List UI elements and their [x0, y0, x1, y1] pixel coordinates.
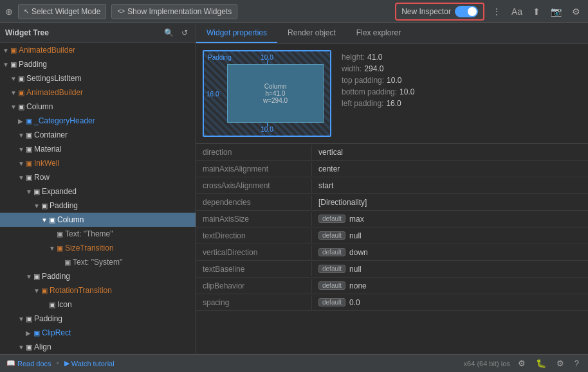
property-value: defaultnone — [312, 279, 373, 293]
tree-search-button[interactable]: 🔍 — [161, 27, 176, 39]
tree-item[interactable]: ▼▣Material — [0, 142, 196, 156]
tree-item[interactable]: ▼▣Padding — [0, 57, 196, 71]
tree-type-icon: ▣ — [10, 60, 17, 69]
share-button[interactable]: ⬆ — [530, 5, 543, 18]
tree-arrow: ▼ — [10, 103, 18, 111]
tree-item[interactable]: ▣Text: "System" — [0, 255, 196, 269]
default-badge: default — [318, 215, 345, 223]
property-row[interactable]: mainAxisAlignmentcenter — [196, 161, 588, 177]
status-help-button[interactable]: ? — [572, 357, 582, 369]
tree-item[interactable]: ▼▣Expanded — [0, 184, 196, 199]
tree-refresh-button[interactable]: ↺ — [179, 27, 190, 39]
widget-tree-header: Widget Tree 🔍 ↺ — [0, 23, 196, 43]
cursor-small-icon: ↖ — [24, 8, 29, 15]
tree-arrow: ▼ — [18, 344, 26, 351]
tab-flex-explorer[interactable]: Flex explorer — [346, 23, 411, 43]
settings-cog-button[interactable]: ⚙ — [569, 5, 583, 18]
select-widget-mode-button[interactable]: ↖ Select Widget Mode — [18, 4, 106, 19]
widget-tree-panel: Widget Tree 🔍 ↺ ▼▣AnimatedBuilder▼▣Paddi… — [0, 23, 196, 354]
tree-arrow: ▼ — [18, 315, 26, 323]
tree-item-label: Padding — [42, 272, 70, 281]
main-content: Widget Tree 🔍 ↺ ▼▣AnimatedBuilder▼▣Paddi… — [0, 23, 588, 354]
watch-tutorial-label: Watch tutorial — [71, 360, 115, 368]
text-size-button[interactable]: Aa — [509, 5, 525, 18]
tree-type-icon: ▣ — [18, 75, 24, 83]
status-debug-button[interactable]: 🐛 — [533, 357, 549, 369]
tree-type-icon: ▣ — [49, 216, 55, 224]
new-inspector-label: New Inspector — [401, 7, 451, 16]
tree-item[interactable]: ▼▣AnimatedBuilder — [0, 85, 196, 100]
tree-arrow: ▼ — [26, 273, 33, 280]
side-prop-label: top padding: — [342, 76, 384, 85]
tree-item-label: Icon — [57, 300, 72, 309]
tree-arrow: ▼ — [18, 132, 26, 139]
tree-arrow: ▼ — [49, 245, 57, 252]
side-prop-value: 41.0 — [367, 53, 382, 62]
tree-type-icon: ▣ — [26, 145, 32, 154]
tab-widget-properties[interactable]: Widget properties — [196, 23, 277, 43]
more-options-button[interactable]: ⋮ — [490, 5, 504, 18]
tree-type-icon: ▣ — [57, 230, 63, 238]
tree-item[interactable]: ▼▣SizeTransition — [0, 241, 196, 255]
inner-h-label: h=41.0 — [266, 90, 286, 97]
status-settings-button[interactable]: ⚙ — [515, 357, 528, 369]
tab-render-object[interactable]: Render object — [277, 23, 346, 43]
tree-type-icon: ▣ — [18, 103, 24, 111]
inner-w-label: w=294.0 — [263, 97, 288, 104]
tree-item[interactable]: ▼▣Column — [0, 100, 196, 114]
tree-item-label: Material — [34, 145, 62, 154]
default-badge: default — [318, 248, 345, 256]
side-prop-value: 10.0 — [387, 76, 401, 85]
read-docs-link[interactable]: 📖 Read docs — [6, 359, 51, 368]
property-value: start — [312, 179, 340, 193]
tree-item[interactable]: ▼▣Column — [0, 213, 196, 227]
tree-type-icon: ▣ — [33, 188, 40, 196]
tree-item-label: Align — [34, 342, 51, 351]
property-row[interactable]: spacingdefault0.0 — [196, 294, 588, 311]
tree-item[interactable]: ▼▣Padding — [0, 312, 196, 326]
property-row[interactable]: dependencies[Directionality] — [196, 194, 588, 211]
tree-item[interactable]: ▣Text: "Theme" — [0, 227, 196, 241]
property-value: defaultnull — [312, 229, 368, 243]
watch-tutorial-link[interactable]: ▶ Watch tutorial — [64, 359, 115, 368]
padding-outer-label: Padding — [208, 54, 232, 61]
side-prop-row: bottom padding: 10.0 — [342, 87, 414, 96]
show-impl-widgets-button[interactable]: <> Show Implementation Widgets — [111, 4, 237, 19]
side-prop-label: height: — [342, 53, 365, 62]
side-prop-row: width: 294.0 — [342, 64, 414, 73]
property-row[interactable]: directionvertical — [196, 144, 588, 161]
tree-arrow: ▼ — [18, 174, 26, 181]
prop-value-text: null — [349, 231, 362, 240]
side-prop-row: top padding: 10.0 — [342, 76, 414, 85]
tree-item[interactable]: ▶▣_CategoryHeader — [0, 114, 196, 128]
status-config-button[interactable]: ⚙ — [554, 357, 567, 369]
tree-item[interactable]: ▼▣RotationTransition — [0, 283, 196, 297]
property-row[interactable]: textBaselinedefaultnull — [196, 261, 588, 278]
property-row[interactable]: verticalDirectiondefaultdown — [196, 244, 588, 261]
tree-item[interactable]: ▼▣InkWell — [0, 156, 196, 170]
tree-item[interactable]: ▶▣ClipRect — [0, 326, 196, 340]
prop-value-text: max — [349, 215, 364, 224]
tree-item[interactable]: ▼▣Padding — [0, 269, 196, 283]
tree-type-icon: ▣ — [26, 131, 32, 139]
tree-type-icon: ▣ — [26, 117, 32, 125]
tree-item[interactable]: ▼▣SettingsListItem — [0, 71, 196, 85]
property-row[interactable]: crossAxisAlignmentstart — [196, 177, 588, 194]
tree-item-label: Padding — [19, 60, 47, 69]
tree-item-label: Row — [34, 173, 50, 182]
tree-type-icon: ▣ — [33, 272, 40, 281]
tree-item[interactable]: ▣Icon — [0, 297, 196, 312]
tree-item[interactable]: ▼▣Align — [0, 340, 196, 354]
tree-item[interactable]: ▼▣Row — [0, 170, 196, 184]
tree-item[interactable]: ▼▣AnimatedBuilder — [0, 43, 196, 57]
default-badge: default — [318, 265, 345, 273]
tree-item[interactable]: ▼▣Container — [0, 128, 196, 142]
property-key: crossAxisAlignment — [196, 179, 312, 193]
new-inspector-toggle[interactable] — [455, 6, 478, 17]
tree-item[interactable]: ▼▣Padding — [0, 199, 196, 213]
property-row[interactable]: mainAxisSizedefaultmax — [196, 211, 588, 227]
property-row[interactable]: clipBehaviordefaultnone — [196, 278, 588, 294]
camera-button[interactable]: 📷 — [548, 5, 564, 18]
property-row[interactable]: textDirectiondefaultnull — [196, 227, 588, 244]
property-key: textBaseline — [196, 262, 312, 276]
